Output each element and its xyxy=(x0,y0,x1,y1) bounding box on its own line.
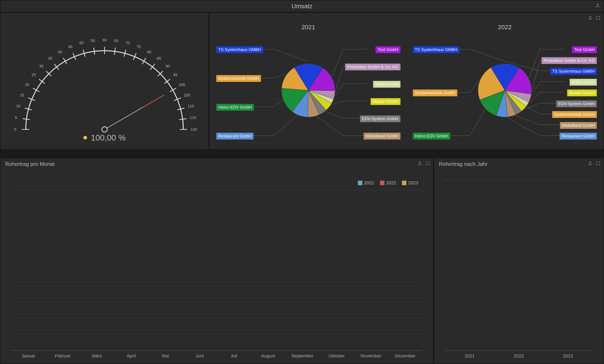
x-axis-label: August xyxy=(261,353,275,359)
svg-text:20: 20 xyxy=(25,82,29,87)
x-axis-label: September xyxy=(291,353,314,359)
svg-text:80: 80 xyxy=(147,50,151,54)
pie-slice-label: Produktion GmbH & Co. KG xyxy=(345,63,401,70)
pie-slice-label: Muster GmbH xyxy=(567,89,597,96)
bar-chart-jahr: 202120222023 xyxy=(441,177,597,351)
legend-item-2021[interactable]: 2021 xyxy=(358,180,374,186)
svg-text:75: 75 xyxy=(137,44,141,49)
pie-slice-label: Heinz-EDV GmbH xyxy=(216,104,254,111)
svg-text:0: 0 xyxy=(14,127,16,131)
pie-slice-label: Restaurant GmbH xyxy=(560,133,597,139)
pie-title-2021: 2021 xyxy=(210,24,407,31)
svg-text:5: 5 xyxy=(15,115,17,120)
svg-text:105: 105 xyxy=(184,93,190,97)
svg-text:60: 60 xyxy=(102,38,107,42)
gauge-value-row: 100,00 % xyxy=(83,133,126,142)
pie-slice-label: TS Systemhaus GMBH xyxy=(413,46,460,53)
svg-line-2 xyxy=(23,119,30,120)
panel-title-jahr: Rohertrag nach Jahr xyxy=(435,159,603,169)
pie-slice-label: Klebeband GmbH xyxy=(560,122,597,129)
svg-point-52 xyxy=(102,126,107,132)
x-axis-label: Dezember xyxy=(395,353,415,359)
pie-slice-label: Heinz-EDV GmbH xyxy=(413,133,450,139)
svg-line-26 xyxy=(114,48,115,55)
pie-slice-label: Systemvertrieb GmbH xyxy=(216,75,261,82)
panel-title-monat: Rohertrag pro Monat xyxy=(1,159,433,169)
x-axis-label: Januar xyxy=(22,353,35,359)
svg-text:95: 95 xyxy=(173,73,178,77)
svg-text:90: 90 xyxy=(166,64,170,68)
pie-slice-label: Klebeband GmbH xyxy=(364,133,401,139)
pie-slice-label: Test GmbH xyxy=(376,46,400,53)
expand-icon[interactable] xyxy=(595,160,601,167)
pie-slice-label: Restaurant GmbH xyxy=(216,133,253,139)
svg-text:100: 100 xyxy=(179,82,185,87)
svg-text:40: 40 xyxy=(58,50,62,54)
bar-chart-monat: 2021 2022 2023 JanuarFebruarMärzAprilMai… xyxy=(7,177,426,351)
svg-text:25: 25 xyxy=(31,73,36,77)
pie-slice-label: Systemvertrieb GmbH xyxy=(552,111,597,118)
svg-text:35: 35 xyxy=(48,56,52,61)
svg-text:30: 30 xyxy=(39,64,44,68)
x-axis-label: Oktober xyxy=(329,353,345,359)
svg-text:70: 70 xyxy=(126,41,130,45)
svg-text:50: 50 xyxy=(79,41,84,45)
pie-slice-label: WMS GmbH xyxy=(570,79,597,86)
x-axis-label: 2022 xyxy=(514,353,524,359)
pie-slice-label: EDV-System GmbH xyxy=(556,100,597,107)
pie-slice-label: Systemvertrieb GmbH xyxy=(413,89,457,96)
panel-gauge: 0510152025303540455055606570758085909510… xyxy=(1,13,208,149)
pie-title-2022: 2022 xyxy=(407,24,603,31)
gauge-value-text: 100,00 % xyxy=(91,133,126,142)
gauge-chart: 0510152025303540455055606570758085909510… xyxy=(1,20,208,135)
panel-rohertrag-jahr: Rohertrag nach Jahr 202120222023 xyxy=(434,159,603,363)
x-axis-label: Juni xyxy=(196,353,204,359)
legend-monat: 2021 2022 2023 xyxy=(358,180,418,186)
dashboard-title: Umsatz xyxy=(1,1,603,11)
x-axis-label: 2021 xyxy=(465,353,475,359)
x-axis-label: 2023 xyxy=(563,353,573,359)
pie-slice-label: Test GmbH xyxy=(572,46,597,53)
svg-text:115: 115 xyxy=(190,115,196,120)
panel-rohertrag-monat: Rohertrag pro Monat 2021 2022 2023 Janua… xyxy=(1,159,433,363)
pie-slice-label: Muster GmbH xyxy=(371,98,400,105)
svg-line-46 xyxy=(179,119,187,120)
pie-chart-2022: TS Systemhaus GMBHSystemvertrieb GmbHHei… xyxy=(407,35,603,146)
svg-text:110: 110 xyxy=(188,104,194,108)
x-axis-label: Juli xyxy=(230,353,237,359)
x-axis-label: Mai xyxy=(162,353,169,359)
x-axis-label: März xyxy=(92,353,102,359)
pie-slice-label: Produktion GmbH & Co. KG xyxy=(541,57,597,64)
export-icon[interactable] xyxy=(587,15,593,21)
export-icon[interactable] xyxy=(587,160,593,167)
svg-text:10: 10 xyxy=(16,104,20,108)
export-icon[interactable] xyxy=(594,2,601,9)
pie-chart-2021: TS Systemhaus GMBHSystemvertrieb GmbHHei… xyxy=(210,35,407,146)
svg-text:65: 65 xyxy=(114,38,118,43)
svg-text:15: 15 xyxy=(20,93,24,97)
svg-line-22 xyxy=(94,48,95,55)
panel-pies: 2021 TS Systemhaus GMBHSystemvertrieb Gm… xyxy=(210,13,603,149)
svg-line-51 xyxy=(143,95,164,107)
expand-icon[interactable] xyxy=(595,15,601,21)
pie-column-2021: 2021 TS Systemhaus GMBHSystemvertrieb Gm… xyxy=(210,24,407,149)
pie-slice-label: EDV-System GmbH xyxy=(360,115,401,122)
svg-text:55: 55 xyxy=(91,38,95,43)
pie-slice-label: WMS GmbH xyxy=(373,81,400,88)
svg-text:45: 45 xyxy=(68,44,73,49)
export-icon[interactable] xyxy=(416,160,423,167)
svg-text:120: 120 xyxy=(190,127,197,131)
pie-column-2022: 2022 TS Systemhaus GMBHSystemvertrieb Gm… xyxy=(407,24,603,149)
x-axis-label: April xyxy=(126,353,136,359)
pie-slice-label: TS Systemhaus GMBH xyxy=(216,46,263,53)
legend-item-2023[interactable]: 2023 xyxy=(402,180,418,186)
legend-item-2022[interactable]: 2022 xyxy=(380,180,396,186)
x-axis-label: November xyxy=(361,353,381,359)
expand-icon[interactable] xyxy=(424,160,431,167)
pie-slice-label: TS Systemhaus GMBH xyxy=(550,68,597,75)
x-axis-label: Februar xyxy=(55,353,71,359)
svg-text:85: 85 xyxy=(157,56,161,61)
panel-umsatz-header: Umsatz xyxy=(1,1,603,12)
gauge-legend-dot xyxy=(83,136,87,139)
